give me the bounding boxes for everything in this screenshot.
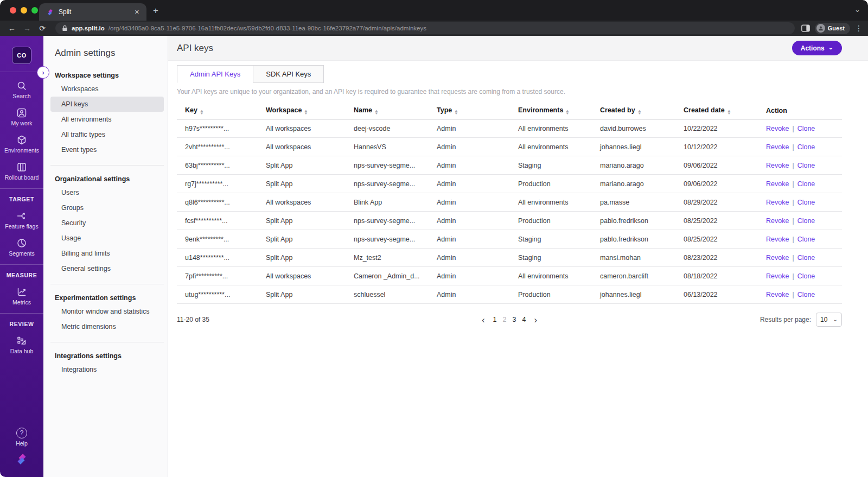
- column-header-key[interactable]: Key▲▼: [177, 102, 258, 119]
- primary-sidebar: CO Search My work Environments Rollout b…: [0, 36, 43, 477]
- revoke-link[interactable]: Revoke: [766, 236, 789, 243]
- cell-created-by: mansi.mohan: [592, 249, 675, 267]
- page-1-button[interactable]: 1: [493, 316, 497, 323]
- revoke-link[interactable]: Revoke: [766, 217, 789, 225]
- nav-item-usage[interactable]: Usage: [50, 231, 164, 246]
- sort-icon: ▲▼: [638, 110, 641, 115]
- table-row: utug**********...Split AppschluesselAdmi…: [177, 285, 842, 304]
- clone-link[interactable]: Clone: [797, 162, 815, 169]
- sidebar-item-data-hub[interactable]: Data hub: [0, 335, 43, 354]
- sidebar-item-my-work[interactable]: My work: [0, 107, 43, 126]
- revoke-link[interactable]: Revoke: [766, 143, 789, 151]
- clone-link[interactable]: Clone: [797, 199, 815, 206]
- page-3-button[interactable]: 3: [513, 316, 516, 323]
- cell-created-by: mariano.arago: [592, 156, 675, 175]
- sidebar-item-search[interactable]: Search: [0, 80, 43, 99]
- column-header-action: Action: [758, 102, 842, 119]
- column-header-type[interactable]: Type▲▼: [429, 102, 510, 119]
- cell-environments: Production: [510, 285, 592, 304]
- nav-item-workspaces[interactable]: Workspaces: [50, 81, 164, 97]
- nav-item-general-settings[interactable]: General settings: [50, 261, 164, 276]
- cell-created-date: 06/13/2022: [675, 285, 758, 304]
- cell-name: nps-survey-segme...: [346, 212, 429, 230]
- revoke-link[interactable]: Revoke: [766, 272, 789, 280]
- sidebar-item-help[interactable]: ? Help: [0, 428, 43, 447]
- workspace-switcher[interactable]: CO: [12, 47, 31, 64]
- column-header-name[interactable]: Name▲▼: [346, 102, 429, 119]
- previous-page-button[interactable]: ‹: [480, 315, 487, 325]
- nav-item-api-keys[interactable]: API keys: [50, 97, 164, 112]
- column-header-created-date[interactable]: Created date▲▼: [675, 102, 758, 119]
- column-header-environments[interactable]: Environments▲▼: [510, 102, 592, 119]
- new-tab-button[interactable]: +: [153, 6, 158, 15]
- tab-close-icon[interactable]: ✕: [133, 9, 141, 16]
- clone-link[interactable]: Clone: [797, 180, 815, 188]
- clone-link[interactable]: Clone: [797, 272, 815, 280]
- table-row: q8l6**********...All workspacesBlink App…: [177, 193, 842, 212]
- revoke-link[interactable]: Revoke: [766, 162, 789, 169]
- api-key-tabs: Admin API Keys SDK API Keys: [177, 65, 842, 83]
- cell-action: Revoke|Clone: [758, 175, 842, 193]
- clone-link[interactable]: Clone: [797, 143, 815, 151]
- nav-item-groups[interactable]: Groups: [50, 200, 164, 215]
- nav-item-all-environments[interactable]: All environments: [50, 112, 164, 127]
- nav-item-metric-dimensions[interactable]: Metric dimensions: [50, 319, 164, 334]
- cell-workspace: Split App: [258, 156, 346, 175]
- cell-key: fcsf**********...: [177, 212, 258, 230]
- page-4-button[interactable]: 4: [522, 316, 526, 323]
- cell-created-by: pablo.fredrikson: [592, 230, 675, 249]
- sort-icon: ▲▼: [375, 110, 378, 115]
- chevron-down-icon: ⌄: [833, 316, 838, 322]
- minimize-window-button[interactable]: [21, 7, 27, 14]
- tab-sdk-api-keys[interactable]: SDK API Keys: [253, 65, 324, 83]
- sort-icon: ▲▼: [566, 110, 569, 115]
- clone-link[interactable]: Clone: [797, 125, 815, 132]
- revoke-link[interactable]: Revoke: [766, 254, 789, 262]
- nav-item-monitor-window[interactable]: Monitor window and statistics: [50, 304, 164, 319]
- address-bar[interactable]: app.split.io/org/4d3405a0-9ca5-11e5-9706…: [55, 22, 795, 34]
- nav-item-billing-and-limits[interactable]: Billing and limits: [50, 246, 164, 261]
- sidebar-item-feature-flags[interactable]: Feature flags: [0, 211, 43, 230]
- actions-button[interactable]: Actions ⌄: [792, 41, 842, 55]
- cell-workspace: Split App: [258, 212, 346, 230]
- side-panel-icon[interactable]: [801, 24, 810, 32]
- forward-button[interactable]: →: [21, 24, 34, 33]
- revoke-link[interactable]: Revoke: [766, 291, 789, 298]
- nav-item-all-traffic-types[interactable]: All traffic types: [50, 127, 164, 142]
- browser-profile-button[interactable]: Guest: [815, 23, 850, 34]
- nav-item-integrations[interactable]: Integrations: [50, 362, 164, 377]
- revoke-link[interactable]: Revoke: [766, 199, 789, 206]
- browser-tab-split[interactable]: Split ✕: [39, 3, 146, 21]
- data-hub-icon: [16, 335, 27, 346]
- browser-menu-icon[interactable]: ⋮: [855, 24, 863, 33]
- clone-link[interactable]: Clone: [797, 236, 815, 243]
- clone-link[interactable]: Clone: [797, 291, 815, 298]
- cell-workspace: Split App: [258, 249, 346, 267]
- back-button[interactable]: ←: [5, 24, 18, 33]
- reload-button[interactable]: ⟳: [36, 24, 49, 33]
- cell-name: Mz_test2: [346, 249, 429, 267]
- nav-item-event-types[interactable]: Event types: [50, 142, 164, 157]
- column-header-workspace[interactable]: Workspace▲▼: [258, 102, 346, 119]
- results-per-page-select[interactable]: 10 ⌄: [816, 313, 842, 327]
- tab-search-chevron-icon[interactable]: ⌄: [854, 5, 860, 14]
- cell-type: Admin: [429, 119, 510, 138]
- clone-link[interactable]: Clone: [797, 254, 815, 262]
- cell-key: u148*********...: [177, 249, 258, 267]
- clone-link[interactable]: Clone: [797, 217, 815, 225]
- sidebar-item-metrics[interactable]: Metrics: [0, 287, 43, 306]
- sidebar-item-rollout-board[interactable]: Rollout board: [0, 162, 43, 181]
- close-window-button[interactable]: [10, 7, 16, 14]
- column-header-created-by[interactable]: Created by▲▼: [592, 102, 675, 119]
- nav-item-users[interactable]: Users: [50, 185, 164, 200]
- zoom-window-button[interactable]: [31, 7, 38, 14]
- sidebar-item-segments[interactable]: Segments: [0, 238, 43, 257]
- sidebar-expand-button[interactable]: ›: [37, 66, 49, 79]
- sidebar-item-environments[interactable]: Environments: [0, 135, 43, 154]
- revoke-link[interactable]: Revoke: [766, 180, 789, 188]
- next-page-button[interactable]: ›: [532, 315, 539, 325]
- sidebar-section-review: REVIEW: [9, 321, 34, 327]
- revoke-link[interactable]: Revoke: [766, 125, 789, 132]
- nav-item-security[interactable]: Security: [50, 215, 164, 231]
- tab-admin-api-keys[interactable]: Admin API Keys: [177, 65, 253, 83]
